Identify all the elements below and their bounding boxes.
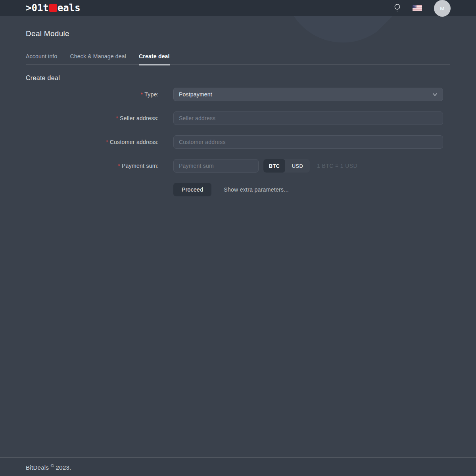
form-row-type: *Type: Postpayment — [26, 88, 450, 101]
tab-create-deal[interactable]: Create deal — [139, 53, 170, 65]
proceed-button[interactable]: Proceed — [173, 183, 211, 196]
currency-option-usd[interactable]: USD — [285, 159, 310, 173]
tab-account-info[interactable]: Account info — [26, 53, 57, 65]
avatar-letter: M — [440, 6, 444, 12]
seller-address-input[interactable] — [173, 111, 443, 125]
currency-toggle: BTC USD — [263, 159, 310, 173]
app-header: >01teals — [0, 0, 476, 16]
required-marker: * — [106, 139, 108, 145]
required-marker: * — [141, 91, 143, 98]
copyright-symbol: © — [51, 463, 54, 468]
currency-option-btc[interactable]: BTC — [263, 159, 285, 173]
form-row-payment-sum: *Payment sum: BTC USD 1 BTC = 1 USD — [26, 159, 450, 173]
app-footer: BitDeals © 2023. — [0, 457, 476, 476]
type-label: *Type: — [26, 91, 173, 98]
required-marker: * — [116, 115, 118, 121]
chevron-down-icon — [432, 93, 438, 96]
tab-check-manage-deal[interactable]: Check & Manage deal — [70, 53, 126, 65]
logo-text-suffix: eals — [58, 3, 81, 13]
us-flag-icon — [413, 5, 422, 11]
type-select[interactable]: Postpayment — [173, 88, 443, 101]
avatar[interactable]: M — [434, 0, 451, 17]
form-row-actions: Proceed Show extra parameters... — [26, 183, 450, 196]
main-content: Deal Module Account info Check & Manage … — [0, 16, 476, 457]
payment-sum-label: *Payment sum: — [26, 163, 173, 169]
page-title: Deal Module — [26, 29, 450, 39]
customer-address-input[interactable] — [173, 135, 443, 149]
tab-bar: Account info Check & Manage deal Create … — [26, 53, 450, 65]
exchange-rate-text: 1 BTC = 1 USD — [317, 163, 357, 169]
payment-sum-input[interactable] — [173, 159, 259, 173]
form-row-customer-address: *Customer address: — [26, 135, 450, 149]
lightbulb-icon — [394, 4, 401, 12]
form-row-seller-address: *Seller address: — [26, 111, 450, 125]
create-deal-form: *Type: Postpayment *Seller address: — [26, 88, 450, 196]
seller-address-label: *Seller address: — [26, 115, 173, 121]
theme-toggle-button[interactable] — [394, 4, 401, 12]
type-select-value: Postpayment — [179, 91, 212, 98]
required-marker: * — [118, 163, 120, 169]
logo-square-icon — [49, 4, 57, 12]
customer-address-label: *Customer address: — [26, 139, 173, 145]
footer-copyright: BitDeals © 2023. — [26, 463, 71, 471]
show-extra-parameters-link[interactable]: Show extra parameters... — [224, 186, 289, 193]
header-actions: M — [394, 0, 451, 17]
logo-text-prefix: >01t — [26, 3, 49, 13]
logo[interactable]: >01teals — [26, 3, 81, 13]
language-selector[interactable] — [413, 5, 422, 11]
section-title: Create deal — [26, 75, 450, 82]
